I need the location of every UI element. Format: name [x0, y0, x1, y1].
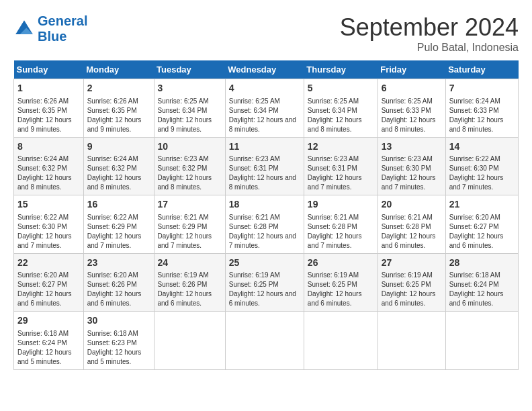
month-title: September 2024 [340, 13, 519, 42]
calendar-cell: 20 Sunrise: 6:21 AM Sunset: 6:28 PM Dayl… [378, 195, 445, 254]
day-info: Sunrise: 6:18 AM Sunset: 6:24 PM Dayligh… [449, 271, 515, 308]
day-number: 24 [158, 257, 222, 270]
calendar-cell: 18 Sunrise: 6:21 AM Sunset: 6:28 PM Dayl… [225, 195, 304, 254]
day-number: 26 [308, 257, 374, 270]
day-info: Sunrise: 6:18 AM Sunset: 6:24 PM Dayligh… [17, 329, 80, 367]
logo-text-line1: General [38, 13, 87, 29]
day-info: Sunrise: 6:19 AM Sunset: 6:25 PM Dayligh… [308, 271, 374, 308]
day-info: Sunrise: 6:21 AM Sunset: 6:29 PM Dayligh… [158, 213, 222, 250]
day-info: Sunrise: 6:23 AM Sunset: 6:32 PM Dayligh… [158, 154, 222, 192]
day-number: 20 [382, 198, 442, 212]
weekday-header-sunday: Sunday [14, 60, 84, 79]
day-number: 12 [308, 140, 374, 154]
day-number: 30 [87, 314, 150, 328]
calendar-cell [378, 312, 445, 370]
weekday-header-wednesday: Wednesday [225, 60, 304, 79]
calendar-cell: 11 Sunrise: 6:23 AM Sunset: 6:31 PM Dayl… [225, 137, 304, 195]
day-info: Sunrise: 6:24 AM Sunset: 6:32 PM Dayligh… [87, 154, 150, 192]
calendar-cell: 9 Sunrise: 6:24 AM Sunset: 6:32 PM Dayli… [83, 137, 154, 195]
day-info: Sunrise: 6:20 AM Sunset: 6:26 PM Dayligh… [87, 271, 150, 308]
calendar-cell [225, 312, 304, 370]
day-number: 22 [17, 257, 80, 270]
day-number: 21 [449, 198, 515, 212]
calendar-cell: 7 Sunrise: 6:24 AM Sunset: 6:33 PM Dayli… [445, 79, 518, 138]
weekday-header-saturday: Saturday [445, 60, 518, 79]
day-number: 15 [17, 198, 80, 212]
calendar-cell: 24 Sunrise: 6:19 AM Sunset: 6:26 PM Dayl… [154, 253, 225, 312]
day-number: 17 [158, 198, 222, 212]
day-info: Sunrise: 6:21 AM Sunset: 6:28 PM Dayligh… [308, 213, 374, 250]
day-number: 11 [229, 140, 300, 154]
logo: General Blue [13, 13, 87, 44]
day-number: 7 [449, 82, 515, 95]
weekday-header-row: SundayMondayTuesdayWednesdayThursdayFrid… [14, 60, 519, 79]
calendar-cell: 27 Sunrise: 6:19 AM Sunset: 6:25 PM Dayl… [378, 253, 445, 312]
calendar-cell: 8 Sunrise: 6:24 AM Sunset: 6:32 PM Dayli… [14, 137, 84, 195]
day-number: 5 [308, 82, 374, 95]
day-info: Sunrise: 6:25 AM Sunset: 6:34 PM Dayligh… [158, 97, 222, 134]
calendar-week-3: 15 Sunrise: 6:22 AM Sunset: 6:30 PM Dayl… [14, 195, 519, 254]
day-number: 19 [308, 198, 374, 212]
calendar-cell: 6 Sunrise: 6:25 AM Sunset: 6:33 PM Dayli… [378, 79, 445, 138]
calendar-cell: 12 Sunrise: 6:23 AM Sunset: 6:31 PM Dayl… [304, 137, 378, 195]
title-block: September 2024 Pulo Batal, Indonesia [340, 13, 519, 54]
calendar-week-4: 22 Sunrise: 6:20 AM Sunset: 6:27 PM Dayl… [14, 253, 519, 312]
calendar-week-1: 1 Sunrise: 6:26 AM Sunset: 6:35 PM Dayli… [14, 79, 519, 138]
day-number: 4 [229, 82, 300, 95]
calendar-cell [445, 312, 518, 370]
day-info: Sunrise: 6:24 AM Sunset: 6:32 PM Dayligh… [17, 154, 80, 192]
day-info: Sunrise: 6:24 AM Sunset: 6:33 PM Dayligh… [449, 97, 515, 134]
calendar-cell: 26 Sunrise: 6:19 AM Sunset: 6:25 PM Dayl… [304, 253, 378, 312]
day-info: Sunrise: 6:22 AM Sunset: 6:29 PM Dayligh… [87, 213, 150, 250]
calendar-cell [304, 312, 378, 370]
day-info: Sunrise: 6:21 AM Sunset: 6:28 PM Dayligh… [229, 213, 300, 250]
page-header: General Blue September 2024 Pulo Batal, … [13, 13, 519, 54]
calendar-cell: 2 Sunrise: 6:26 AM Sunset: 6:35 PM Dayli… [83, 79, 154, 138]
day-info: Sunrise: 6:25 AM Sunset: 6:33 PM Dayligh… [382, 97, 442, 134]
day-number: 6 [382, 82, 442, 95]
day-number: 23 [87, 257, 150, 270]
logo-text-line2: Blue [38, 29, 87, 44]
calendar-cell: 4 Sunrise: 6:25 AM Sunset: 6:34 PM Dayli… [225, 79, 304, 138]
calendar-week-5: 29 Sunrise: 6:18 AM Sunset: 6:24 PM Dayl… [14, 312, 519, 370]
calendar-cell: 10 Sunrise: 6:23 AM Sunset: 6:32 PM Dayl… [154, 137, 225, 195]
calendar-cell: 15 Sunrise: 6:22 AM Sunset: 6:30 PM Dayl… [14, 195, 84, 254]
calendar-cell: 16 Sunrise: 6:22 AM Sunset: 6:29 PM Dayl… [83, 195, 154, 254]
day-info: Sunrise: 6:19 AM Sunset: 6:25 PM Dayligh… [229, 271, 300, 308]
day-number: 29 [17, 314, 80, 328]
calendar-cell: 13 Sunrise: 6:23 AM Sunset: 6:30 PM Dayl… [378, 137, 445, 195]
calendar-cell: 1 Sunrise: 6:26 AM Sunset: 6:35 PM Dayli… [14, 79, 84, 138]
calendar-table: SundayMondayTuesdayWednesdayThursdayFrid… [13, 60, 519, 370]
calendar-cell: 22 Sunrise: 6:20 AM Sunset: 6:27 PM Dayl… [14, 253, 84, 312]
logo-icon [13, 18, 35, 40]
day-number: 18 [229, 198, 300, 212]
weekday-header-thursday: Thursday [304, 60, 378, 79]
weekday-header-monday: Monday [83, 60, 154, 79]
calendar-cell [154, 312, 225, 370]
day-info: Sunrise: 6:22 AM Sunset: 6:30 PM Dayligh… [449, 154, 515, 192]
location: Pulo Batal, Indonesia [340, 42, 519, 54]
day-info: Sunrise: 6:26 AM Sunset: 6:35 PM Dayligh… [87, 97, 150, 134]
day-number: 2 [87, 82, 150, 95]
calendar-cell: 25 Sunrise: 6:19 AM Sunset: 6:25 PM Dayl… [225, 253, 304, 312]
day-number: 9 [87, 140, 150, 154]
weekday-header-tuesday: Tuesday [154, 60, 225, 79]
day-number: 16 [87, 198, 150, 212]
calendar-cell: 17 Sunrise: 6:21 AM Sunset: 6:29 PM Dayl… [154, 195, 225, 254]
day-number: 8 [17, 140, 80, 154]
calendar-cell: 19 Sunrise: 6:21 AM Sunset: 6:28 PM Dayl… [304, 195, 378, 254]
calendar-cell: 23 Sunrise: 6:20 AM Sunset: 6:26 PM Dayl… [83, 253, 154, 312]
day-info: Sunrise: 6:23 AM Sunset: 6:31 PM Dayligh… [229, 154, 300, 192]
day-info: Sunrise: 6:20 AM Sunset: 6:27 PM Dayligh… [449, 213, 515, 250]
calendar-cell: 3 Sunrise: 6:25 AM Sunset: 6:34 PM Dayli… [154, 79, 225, 138]
calendar-cell: 5 Sunrise: 6:25 AM Sunset: 6:34 PM Dayli… [304, 79, 378, 138]
day-info: Sunrise: 6:20 AM Sunset: 6:27 PM Dayligh… [17, 271, 80, 308]
calendar-cell: 14 Sunrise: 6:22 AM Sunset: 6:30 PM Dayl… [445, 137, 518, 195]
day-number: 28 [449, 257, 515, 270]
calendar-cell: 29 Sunrise: 6:18 AM Sunset: 6:24 PM Dayl… [14, 312, 84, 370]
day-info: Sunrise: 6:25 AM Sunset: 6:34 PM Dayligh… [229, 97, 300, 134]
day-info: Sunrise: 6:25 AM Sunset: 6:34 PM Dayligh… [308, 97, 374, 134]
day-number: 25 [229, 257, 300, 270]
day-info: Sunrise: 6:18 AM Sunset: 6:23 PM Dayligh… [87, 329, 150, 367]
calendar-cell: 28 Sunrise: 6:18 AM Sunset: 6:24 PM Dayl… [445, 253, 518, 312]
